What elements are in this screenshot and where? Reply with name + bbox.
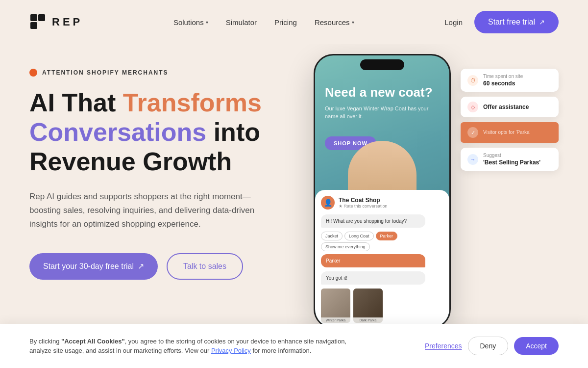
side-card-value: Offer assistance xyxy=(483,104,552,110)
side-card-label: Time spent on site xyxy=(483,74,552,79)
visitor-icon: ✓ xyxy=(467,127,478,138)
offer-icon: ◇ xyxy=(467,102,478,112)
attention-text: ATTENTION SHOPIFY MERCHANTS xyxy=(42,69,169,76)
chat-tag-longcoat[interactable]: Long Coat xyxy=(344,232,374,240)
phone-subtext: Our luxe Vegan Winter Wrap Coat has your… xyxy=(325,105,440,120)
chat-tags: Jacket Long Coat Parker Show me everythi… xyxy=(321,232,443,251)
side-card-content: Suggest 'Best Selling Parkas' xyxy=(483,153,552,166)
chat-store-info: The Coat Shop ★ Rate this conversation xyxy=(339,197,388,209)
chevron-down-icon: ▾ xyxy=(352,20,354,25)
hero-headline: AI That Transforms Conversations into Re… xyxy=(29,88,294,176)
hero-description: Rep AI guides and supports shoppers at t… xyxy=(29,190,255,231)
hero-buttons: Start your 30-day free trial ↗ Talk to s… xyxy=(29,253,294,280)
free-trial-button[interactable]: Start your 30-day free trial ↗ xyxy=(29,253,158,280)
arrow-icon: ↗ xyxy=(539,18,545,26)
side-card-time: ⏱ Time spent on site 60 seconds xyxy=(461,69,559,92)
orange-dot xyxy=(29,69,37,77)
chat-avatar: 👤 xyxy=(321,196,335,210)
product-image-area xyxy=(321,289,350,317)
chat-product-images: Winter Parka Dark Parka xyxy=(321,289,443,323)
chevron-down-icon: ▾ xyxy=(206,20,208,25)
talk-to-sales-button[interactable]: Talk to sales xyxy=(167,253,243,280)
side-card-content: Time spent on site 60 seconds xyxy=(483,74,552,87)
avatar-icon: 👤 xyxy=(324,199,332,207)
cookie-buttons: Preferences Deny Accept xyxy=(425,337,559,355)
chat-bubble-response: You got it! xyxy=(321,271,425,285)
nav-simulator[interactable]: Simulator xyxy=(226,18,257,26)
nav-solutions[interactable]: Solutions ▾ xyxy=(173,18,208,26)
phone-inner: Need a new coat? Our luxe Vegan Winter W… xyxy=(315,55,449,327)
side-card-label: Visitor opts for 'Parka' xyxy=(483,130,552,135)
logo-icon xyxy=(29,13,47,31)
nav-pricing[interactable]: Pricing xyxy=(274,18,297,26)
nav-right: Login Start free trial ↗ xyxy=(444,11,559,33)
side-card-visitor: ✓ Visitor opts for 'Parka' xyxy=(461,122,559,143)
side-card-value: 60 seconds xyxy=(483,80,552,87)
suggest-icon: → xyxy=(467,154,478,165)
cookie-bold: "Accept All Cookies" xyxy=(61,338,125,345)
login-link[interactable]: Login xyxy=(444,18,463,26)
nav-resources[interactable]: Resources ▾ xyxy=(315,18,354,26)
hero-section: ATTENTION SHOPIFY MERCHANTS AI That Tran… xyxy=(0,44,588,324)
hero-left: ATTENTION SHOPIFY MERCHANTS AI That Tran… xyxy=(29,54,294,280)
logo-text: REP xyxy=(52,16,83,28)
side-card-value: 'Best Selling Parkas' xyxy=(483,159,552,166)
side-card-suggest: → Suggest 'Best Selling Parkas' xyxy=(461,148,559,171)
side-card-content: Visitor opts for 'Parka' xyxy=(483,130,552,136)
phone-hero-text: Need a new coat? Our luxe Vegan Winter W… xyxy=(325,85,440,120)
product-label: Winter Parka xyxy=(321,317,350,323)
side-card-offer: ◇ Offer assistance xyxy=(461,97,559,117)
phone-mockup: Need a new coat? Our luxe Vegan Winter W… xyxy=(314,54,451,329)
side-cards: ⏱ Time spent on site 60 seconds ◇ Offer … xyxy=(461,69,559,171)
accept-button[interactable]: Accept xyxy=(514,337,559,355)
preferences-link[interactable]: Preferences xyxy=(425,342,462,350)
product-img-2: Dark Parka xyxy=(353,289,383,323)
chat-header: 👤 The Coat Shop ★ Rate this conversation xyxy=(321,196,443,210)
arrow-icon: ↗ xyxy=(138,262,144,271)
attention-badge: ATTENTION SHOPIFY MERCHANTS xyxy=(29,69,294,77)
privacy-policy-link[interactable]: Privacy Policy xyxy=(211,347,251,354)
side-card-label: Suggest xyxy=(483,153,552,158)
deny-button[interactable]: Deny xyxy=(468,337,509,355)
hero-right: Need a new coat? Our luxe Vegan Winter W… xyxy=(294,54,559,324)
product-label: Dark Parka xyxy=(353,317,383,323)
svg-rect-1 xyxy=(38,14,45,21)
chat-overlay: 👤 The Coat Shop ★ Rate this conversation… xyxy=(315,190,449,327)
product-image-area xyxy=(353,289,383,317)
chat-rating: ★ Rate this conversation xyxy=(339,204,388,209)
time-icon: ⏱ xyxy=(467,75,478,86)
cookie-banner: By clicking "Accept All Cookies", you ag… xyxy=(0,324,588,368)
start-trial-button[interactable]: Start free trial ↗ xyxy=(474,11,559,33)
phone-headline: Need a new coat? xyxy=(325,85,440,100)
logo[interactable]: REP xyxy=(29,13,83,31)
side-card-content: Offer assistance xyxy=(483,104,552,110)
chat-bubble-question: Hi! What are you shopping for today? xyxy=(321,214,425,228)
chat-tag-jacket[interactable]: Jacket xyxy=(321,232,343,240)
product-img-1: Winter Parka xyxy=(321,289,350,323)
svg-rect-0 xyxy=(30,14,37,21)
chat-store-name: The Coat Shop xyxy=(339,197,388,204)
chat-tag-everything[interactable]: Show me everything xyxy=(321,242,370,251)
svg-rect-2 xyxy=(30,22,37,29)
chat-tag-parker[interactable]: Parker xyxy=(376,232,398,240)
cookie-text: By clicking "Accept All Cookies", you ag… xyxy=(29,337,363,356)
nav-links: Solutions ▾ Simulator Pricing Resources … xyxy=(173,18,354,26)
navigation: REP Solutions ▾ Simulator Pricing Resour… xyxy=(0,0,588,44)
phone-notch xyxy=(360,59,404,70)
chat-bubble-selected: Parker xyxy=(321,254,425,267)
